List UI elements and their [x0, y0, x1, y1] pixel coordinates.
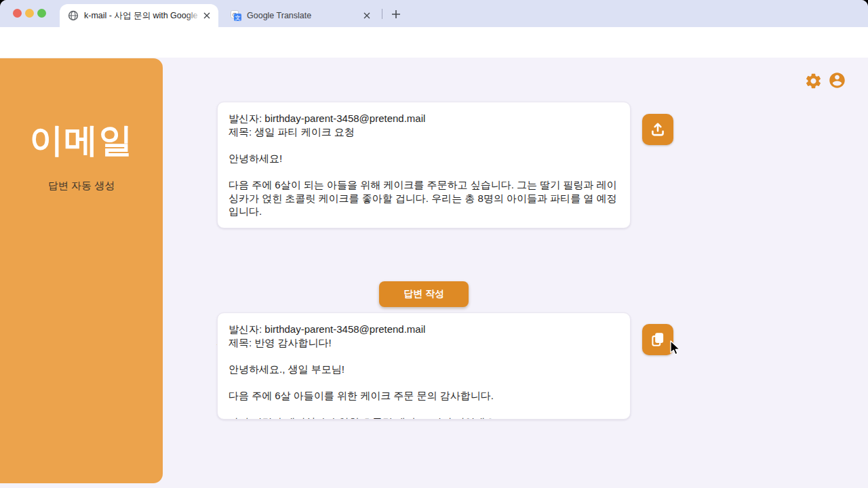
- window-minimize-button[interactable]: [25, 9, 34, 18]
- globe-favicon-icon: [68, 10, 79, 21]
- tab-kmail[interactable]: k-mail - 사업 문의 with Google: [60, 4, 218, 27]
- incoming-email-text: 발신자: birthday-parent-3458@pretend.mail 제…: [229, 112, 619, 218]
- close-tab-icon[interactable]: [361, 9, 373, 22]
- settings-gear-icon[interactable]: [804, 72, 823, 90]
- copy-icon: [649, 331, 667, 348]
- copy-button[interactable]: [642, 324, 673, 355]
- generated-email-text: 발신자: birthday-parent-3458@pretend.mail 제…: [229, 323, 619, 420]
- tab-title: Google Translate: [247, 11, 361, 20]
- incoming-email-card: 발신자: birthday-parent-3458@pretend.mail 제…: [217, 102, 631, 228]
- tab-title: k-mail - 사업 문의 with Google: [84, 10, 201, 22]
- new-tab-button[interactable]: [388, 6, 403, 22]
- app-subtitle: 답변 자동 생성: [0, 180, 163, 192]
- tab-strip: k-mail - 사업 문의 with Google G 文 Google Tr…: [0, 0, 868, 27]
- generate-reply-button[interactable]: 답변 작성: [379, 281, 469, 307]
- mouse-cursor: [670, 340, 682, 357]
- svg-text:文: 文: [235, 14, 241, 21]
- plus-icon: [391, 9, 401, 19]
- tab-google-translate[interactable]: G 文 Google Translate: [224, 4, 378, 27]
- upload-button[interactable]: [642, 114, 673, 145]
- browser-window: k-mail - 사업 문의 with Google G 文 Google Tr…: [0, 0, 868, 488]
- sidebar: 이메일 답변 자동 생성: [0, 58, 163, 483]
- window-zoom-button[interactable]: [37, 9, 46, 18]
- browser-toolbar: 127.0.0.1:5000: [0, 27, 868, 58]
- generated-email-card: 발신자: birthday-parent-3458@pretend.mail 제…: [217, 312, 631, 420]
- app-title: 이메일: [0, 118, 163, 163]
- close-tab-icon[interactable]: [201, 9, 213, 22]
- tab-divider: [382, 9, 382, 19]
- upload-icon: [649, 121, 667, 138]
- translate-favicon-icon: G 文: [231, 10, 241, 21]
- window-close-button[interactable]: [13, 9, 22, 18]
- page-content: 이메일 답변 자동 생성 발신자: birthday-parent-3458@p…: [0, 58, 868, 488]
- profile-icon[interactable]: [828, 71, 846, 89]
